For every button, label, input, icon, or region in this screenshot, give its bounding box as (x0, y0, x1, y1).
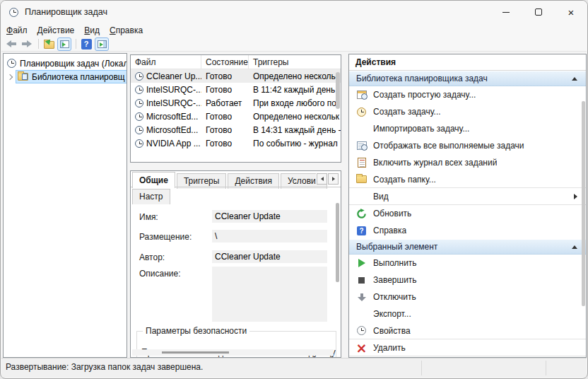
clock-icon (135, 126, 143, 134)
column-header-file[interactable]: Файл (131, 55, 201, 69)
table-row[interactable]: MicrosoftEd... Готово В 14:31 каждый ден… (131, 123, 341, 136)
actions-pane-title: Действия (349, 54, 586, 71)
window-controls: × (490, 1, 587, 23)
properties-icon (357, 326, 366, 335)
menu-view[interactable]: Вид (79, 24, 105, 37)
tree-item-task-scheduler-library[interactable]: Библиотека планировщ (4, 70, 127, 83)
running-tasks-icon (357, 141, 367, 150)
table-row[interactable]: MicrosoftEd... Готово Определено несколь… (131, 110, 341, 123)
clock-icon (135, 139, 143, 148)
close-button[interactable]: × (555, 1, 587, 23)
help-icon: ? (81, 39, 92, 49)
collapse-icon[interactable] (572, 77, 577, 81)
action-import-task[interactable]: Импортировать задачу... (349, 120, 586, 137)
clock-icon (135, 112, 143, 121)
forward-button[interactable] (20, 37, 34, 51)
back-button[interactable] (4, 37, 18, 51)
task-details-panel: ОбщиеТриггерыДействияУсловияНастр Имя: C… (130, 170, 341, 358)
action-new-folder[interactable]: Создать папку... (349, 171, 586, 188)
clock-icon (7, 59, 16, 68)
task-list-panel: Файл Состояние Триггеры CCleaner Up... Г… (130, 54, 341, 163)
tab-scroll-right-button[interactable] (328, 173, 339, 185)
action-run[interactable]: Выполнить (349, 255, 586, 272)
action-refresh[interactable]: Обновить (349, 205, 586, 222)
toolbar-separator (76, 39, 76, 49)
details-horizontal-scrollbar[interactable] (132, 349, 334, 356)
minimize-button[interactable] (490, 1, 522, 23)
collapse-icon[interactable] (572, 245, 577, 249)
actions-pane-scrollbar[interactable] (582, 101, 585, 306)
create-task-icon (357, 107, 366, 117)
action-delete[interactable]: × Удалить (349, 339, 586, 356)
action-pane-toggle-icon (98, 40, 107, 48)
menu-file[interactable]: Файл (1, 24, 33, 37)
console-tree-panel: Планировщик задач (Локал Библиотека план… (3, 53, 127, 358)
new-folder-icon (356, 175, 367, 183)
app-window: Планировщик задач × Файл Действие Вид Сп… (0, 0, 588, 379)
details-tab-strip: ОбщиеТриггерыДействияУсловияНастр (131, 171, 341, 187)
table-row[interactable]: NVIDIA App ... Готово По событию - журна… (131, 136, 341, 150)
toolbar: ? (1, 37, 587, 52)
console-tree-toggle-icon (60, 40, 69, 48)
security-group-title: Параметры безопасности (143, 326, 249, 336)
action-help[interactable]: ? Справка (349, 222, 586, 239)
maximize-button[interactable] (522, 1, 555, 23)
action-export[interactable]: Экспорт... (349, 305, 586, 322)
name-field: CCleaner Update (212, 210, 327, 223)
details-vertical-scrollbar[interactable] (336, 203, 339, 282)
help-button[interactable]: ? (79, 37, 93, 51)
back-icon (6, 40, 17, 47)
author-label: Автор: (139, 252, 165, 262)
tab-general[interactable]: Общие (132, 172, 175, 188)
task-list-scrollbar[interactable] (336, 72, 340, 109)
task-history-icon (358, 158, 366, 168)
status-bar: Развертывание: Загрузка папок задач заве… (1, 358, 587, 378)
export-task-button[interactable] (42, 37, 56, 51)
task-list-header: Файл Состояние Триггеры (131, 55, 341, 69)
table-row[interactable]: IntelSURQC-... Работает При входе любого… (131, 96, 341, 110)
window-title: Планировщик задач (25, 7, 107, 17)
forward-icon (21, 40, 33, 47)
tab-actions[interactable]: Действия (228, 173, 279, 189)
status-separator (421, 361, 422, 375)
console-tree-toggle-button[interactable] (57, 37, 71, 51)
close-icon: × (568, 7, 575, 18)
action-create-task[interactable]: Создать задачу... (349, 103, 586, 120)
column-header-triggers[interactable]: Триггеры (249, 55, 341, 69)
status-separator (546, 361, 546, 375)
table-row[interactable]: CCleaner Up... Готово Определено несколь… (131, 69, 341, 83)
author-field: CCleaner Update (212, 250, 327, 263)
action-disable[interactable]: Отключить (349, 288, 586, 305)
tab-scroll-left-button[interactable] (317, 173, 327, 185)
action-display-running-tasks[interactable]: Отображать все выполняемые задачи (349, 137, 586, 154)
tab-triggers[interactable]: Триггеры (177, 173, 227, 189)
menu-help[interactable]: Справка (105, 24, 148, 37)
refresh-icon (356, 209, 367, 219)
tab-settings[interactable]: Настр (132, 189, 170, 204)
toolbar-separator (38, 39, 39, 49)
action-view[interactable]: Вид (349, 188, 586, 205)
app-clock-icon (9, 8, 18, 17)
tab-scroll-buttons (316, 173, 339, 185)
section-header-library[interactable]: Библиотека планировщика задач (349, 71, 586, 86)
action-properties[interactable]: Свойства (349, 322, 586, 339)
tree-item-task-scheduler-root[interactable]: Планировщик задач (Локал (4, 57, 127, 70)
table-row[interactable]: IntelSURQC-... Готово В 11:42 каждый ден… (131, 83, 341, 96)
action-pane-toggle-button[interactable] (95, 37, 109, 51)
location-label: Размещение: (139, 232, 192, 242)
menu-action[interactable]: Действие (33, 24, 80, 37)
export-task-icon (44, 41, 54, 49)
title-bar: Планировщик задач × (1, 1, 587, 23)
chevron-left-icon (321, 177, 324, 181)
library-folder-icon (18, 73, 28, 81)
minimize-icon (502, 12, 510, 13)
scrollbar-thumb[interactable] (162, 351, 229, 354)
action-end[interactable]: Завершить (349, 272, 586, 288)
section-header-selected-item[interactable]: Выбранный элемент (349, 239, 586, 255)
delete-icon: × (356, 343, 368, 353)
expand-chevron-icon[interactable] (7, 74, 13, 79)
action-enable-task-history[interactable]: Включить журнал всех заданий (349, 154, 586, 171)
action-create-basic-task[interactable]: Создать простую задачу... (349, 86, 586, 103)
help-icon: ? (357, 226, 366, 235)
column-header-state[interactable]: Состояние (201, 55, 249, 69)
